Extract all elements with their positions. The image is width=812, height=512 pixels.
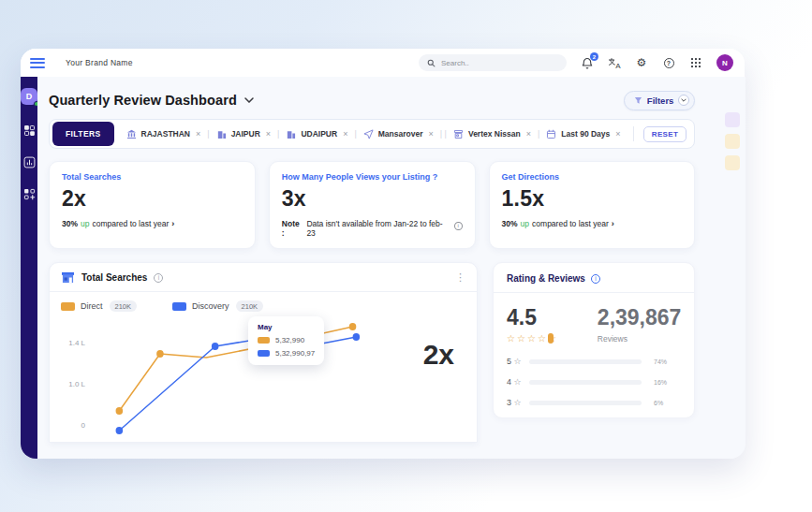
line-chart[interactable]: 1.4 L1.0 L0 May 5,32,990 5,32,990,97 2x bbox=[61, 315, 465, 440]
help-icon[interactable]: ? bbox=[662, 56, 675, 69]
sidebar-item-add-widget-icon[interactable] bbox=[23, 188, 36, 200]
data-point-direct[interactable] bbox=[116, 407, 124, 415]
stat-card-total-searches: Total Searches 2x 30% up compared to las… bbox=[49, 161, 256, 249]
star-icon: ☆ bbox=[527, 333, 538, 344]
funnel-icon bbox=[634, 96, 642, 105]
rating-bar-row-4-star: 4 ☆16% bbox=[507, 377, 681, 387]
star-icon: ☆ bbox=[538, 333, 548, 344]
chip-close-icon[interactable]: × bbox=[196, 129, 200, 139]
stat-card-value: 2x bbox=[62, 186, 243, 212]
note-text: Data isn't available from Jan-22 to feb-… bbox=[306, 219, 448, 238]
filters-dropdown-button[interactable]: Filters bbox=[624, 91, 696, 110]
sidebar-item-analytics-icon[interactable] bbox=[23, 156, 36, 168]
apps-grid-icon[interactable] bbox=[689, 56, 702, 69]
delta-percent: 30% bbox=[62, 219, 78, 228]
info-icon[interactable]: i bbox=[591, 274, 600, 284]
bar-percent: 74% bbox=[654, 358, 667, 365]
workspace-avatar[interactable]: D bbox=[21, 88, 37, 105]
filter-chip-rajasthan[interactable]: RAJASTHAN× bbox=[126, 129, 201, 139]
chip-separator: | bbox=[538, 129, 539, 139]
chart-annotation: 2x bbox=[423, 339, 454, 371]
rating-score: 4.5 bbox=[507, 305, 558, 330]
chip-label: Vertex Nissan bbox=[468, 129, 521, 139]
chip-separator: | | bbox=[440, 129, 447, 139]
notification-badge: 2 bbox=[590, 52, 598, 61]
chart-title: Total Searches bbox=[81, 272, 147, 283]
bar-percent: 6% bbox=[654, 400, 663, 406]
stat-card-title: How Many People Views your Listing ? bbox=[282, 172, 463, 182]
reset-button[interactable]: RESET bbox=[643, 126, 687, 142]
rating-reviews-card: Rating & Reviews i 4.5 ☆☆☆☆☆★ 2,39,867 R… bbox=[493, 262, 695, 418]
filter-chip-last-90-days[interactable]: Last 90 Days× bbox=[546, 129, 620, 139]
filters-dropdown-label: Filters bbox=[647, 95, 674, 106]
calendar-icon bbox=[546, 129, 556, 139]
data-point-discovery[interactable] bbox=[353, 333, 361, 341]
hamburger-menu-icon[interactable] bbox=[30, 58, 45, 68]
chip-close-icon[interactable]: × bbox=[526, 129, 531, 139]
reviews-label: Reviews bbox=[598, 334, 682, 344]
chip-close-icon[interactable]: × bbox=[428, 129, 433, 139]
title-chevron-down-icon[interactable] bbox=[244, 97, 254, 103]
chevron-right-icon[interactable]: › bbox=[171, 219, 174, 228]
data-point-discovery[interactable] bbox=[116, 427, 124, 434]
kebab-menu-icon[interactable]: ⋮ bbox=[455, 271, 465, 284]
legend-total-badge: 210K bbox=[236, 300, 264, 312]
y-tick-label: 1.4 L bbox=[61, 339, 85, 347]
translate-icon[interactable]: A bbox=[608, 56, 621, 69]
app-window: Your Brand Name Search.. 2 A ⚙ ? N bbox=[21, 49, 745, 459]
chip-label: Last 90 Days bbox=[561, 129, 610, 139]
city-icon bbox=[286, 129, 296, 139]
bar-percent: 16% bbox=[654, 379, 667, 386]
stat-card-listing-views: How Many People Views your Listing ? 3x … bbox=[269, 161, 476, 249]
data-point-direct[interactable] bbox=[349, 323, 357, 330]
sidebar-item-dashboard-icon[interactable] bbox=[23, 124, 36, 137]
building-icon bbox=[126, 129, 137, 139]
chip-label: Mansarover bbox=[378, 129, 423, 139]
bar-track bbox=[529, 380, 642, 385]
delta-direction: up bbox=[521, 219, 529, 228]
filter-chip-jaipur[interactable]: JAIPUR× bbox=[216, 129, 271, 139]
storefront-icon bbox=[61, 271, 75, 284]
filters-button[interactable]: FILTERS bbox=[52, 122, 114, 146]
rating-bar-row-5-star: 5 ☆74% bbox=[507, 357, 681, 366]
chip-separator: | bbox=[207, 129, 209, 139]
stat-card-title: Get Directions bbox=[502, 172, 683, 182]
delta-suffix: compared to last year bbox=[532, 219, 609, 228]
filter-chip-udaipur[interactable]: UDAIPUR× bbox=[286, 129, 347, 139]
bar-track bbox=[529, 401, 642, 405]
legend-item-direct[interactable]: Direct 210K bbox=[61, 300, 137, 312]
stat-card-title: Total Searches bbox=[62, 172, 243, 182]
svg-text:A: A bbox=[615, 62, 621, 69]
total-searches-chart-card: Total Searches i ⋮ Direct 210K D bbox=[49, 262, 478, 443]
half-star-icon: ☆★ bbox=[548, 333, 558, 344]
direct-swatch bbox=[61, 302, 75, 311]
rating-bar-row-3-star: 3 ☆6% bbox=[507, 398, 681, 407]
data-point-direct[interactable] bbox=[156, 350, 164, 358]
settings-gear-icon[interactable]: ⚙ bbox=[635, 56, 648, 69]
chevron-right-icon[interactable]: › bbox=[612, 219, 614, 228]
legend-item-discovery[interactable]: Discovery 210K bbox=[172, 300, 263, 312]
stat-card-value: 1.5x bbox=[502, 186, 683, 212]
legend-total-badge: 210K bbox=[110, 300, 138, 312]
search-input[interactable]: Search.. bbox=[419, 54, 567, 71]
delta-percent: 30% bbox=[502, 219, 518, 228]
brand-name: Your Brand Name bbox=[66, 58, 133, 67]
chip-close-icon[interactable]: × bbox=[343, 129, 347, 139]
info-icon[interactable]: i bbox=[154, 273, 163, 283]
discovery-swatch bbox=[172, 302, 186, 311]
chip-separator: | bbox=[277, 129, 279, 139]
bar-star-label: 5 ☆ bbox=[507, 357, 529, 366]
chart-legend: Direct 210K Discovery 210K bbox=[61, 300, 465, 312]
stat-card-value: 3x bbox=[282, 186, 463, 212]
legend-label: Direct bbox=[81, 301, 103, 311]
chip-close-icon[interactable]: × bbox=[266, 129, 271, 139]
user-avatar[interactable]: N bbox=[716, 54, 733, 71]
filter-chip-mansarover[interactable]: Mansarover× bbox=[363, 129, 434, 139]
info-icon[interactable]: i bbox=[454, 222, 463, 230]
data-point-discovery[interactable] bbox=[212, 343, 219, 350]
chip-close-icon[interactable]: × bbox=[615, 129, 620, 139]
filter-chip-vertex-nissan[interactable]: Vertex Nissan× bbox=[453, 129, 531, 139]
star-icon: ☆ bbox=[517, 333, 527, 344]
tooltip-discovery-value: 5,32,990,97 bbox=[275, 349, 315, 358]
notifications-bell-icon[interactable]: 2 bbox=[581, 56, 594, 69]
